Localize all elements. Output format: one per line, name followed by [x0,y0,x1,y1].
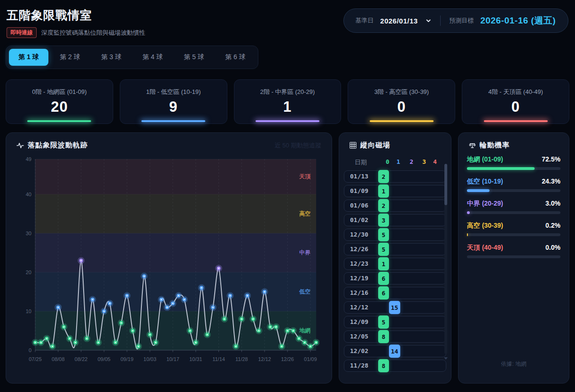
row-date: 12/23 [350,260,368,267]
row-date: 01/13 [350,173,368,180]
probability-label: 地網 (01-09) [467,155,503,164]
row-date: 01/06 [350,202,368,209]
scrollbar[interactable] [444,164,447,354]
column-header-3: 3 [422,158,426,165]
stat-card-value: 9 [120,99,227,115]
live-status-badge: 即時連線 [7,27,37,38]
column-header-0: 0 [386,158,389,165]
stat-card-label: 2階 - 中界區 (20-29) [234,88,341,96]
probability-row: 地網 (01-09)72.5% [467,155,560,170]
probability-fill [467,211,470,214]
chevron-down-icon[interactable] [425,17,432,24]
row-date: 12/09 [350,318,368,325]
row-value-badge: 2 [378,170,389,183]
header: 五階象限戰情室 即時連線 深度監控號碼落點位階與磁場波動慣性 基準日 2026/… [6,6,569,38]
svg-text:低空: 低空 [299,288,311,295]
svg-text:11/14: 11/14 [212,356,225,362]
probability-fill [467,189,490,192]
stat-card-label: 3階 - 高空區 (30-39) [348,88,455,96]
svg-text:0: 0 [29,347,31,353]
base-date-value[interactable]: 2026/01/13 [380,17,418,25]
probability-footnote: 依據: 地網 [458,360,569,368]
svg-text:11/28: 11/28 [235,356,248,362]
column-header-2: 2 [410,158,413,165]
stat-card-accent-bar [484,120,548,122]
probability-track [467,233,560,236]
svg-text:12/12: 12/12 [258,356,271,362]
row-value-badge: 5 [378,243,389,256]
table-grid-icon [350,142,357,149]
quadrant-line-chart: 地網低空中界高空天頂07/2508/0808/2209/0509/1910/03… [16,151,319,372]
table-row: 12/166 [344,287,446,299]
tab-ball-5[interactable]: 第 5 球 [174,49,214,66]
probability-fill [467,167,535,170]
row-value-badge: 5 [378,228,389,241]
svg-text:08/22: 08/22 [75,356,88,362]
tab-bar: 第 1 球第 2 球第 3 球第 4 球第 5 球第 6 球 [6,46,258,69]
table-title: 縱向磁場 [360,141,390,150]
base-date-label: 基準日 [355,16,373,25]
table-row: 12/058 [344,331,446,343]
svg-text:天頂: 天頂 [299,173,311,180]
table-row: 12/0214 [344,345,446,357]
tab-ball-4[interactable]: 第 4 球 [133,49,172,66]
probability-row: 中界 (20-29)3.0% [467,200,560,214]
stat-card: 0階 - 地網區 (01-09)20 [6,79,113,124]
row-value-badge: 8 [378,359,389,372]
probability-track [467,167,560,170]
probability-fill [467,233,468,236]
probability-track [467,211,560,214]
table-header: 日期01234 [344,156,446,169]
stat-card-value: 20 [6,99,113,115]
row-value-badge: 2 [378,199,389,212]
table-row: 01/091 [344,185,446,197]
scroll-down-icon[interactable] [444,357,448,360]
row-value-badge: 6 [378,286,389,300]
tab-ball-3[interactable]: 第 3 球 [92,49,131,66]
probability-value: 0.2% [545,222,560,229]
svg-text:40: 40 [26,192,31,197]
row-value-badge: 15 [389,301,400,314]
svg-text:10/17: 10/17 [166,356,179,362]
row-date: 11/28 [350,362,368,369]
stat-card: 2階 - 中界區 (20-29)1 [234,79,342,124]
stat-card-accent-bar [256,120,319,122]
table-row: 11/288 [344,360,446,372]
row-date: 12/05 [350,333,368,340]
probability-track [467,189,560,192]
tab-ball-1[interactable]: 第 1 球 [9,49,48,66]
probability-title: 輪動機率 [480,141,510,150]
table-row: 12/095 [344,316,446,328]
row-date: 12/16 [350,289,368,296]
probability-panel: 輪動機率 地網 (01-09)72.5%低空 (10-19)24.3%中界 (2… [458,132,569,384]
divider [440,15,441,26]
stat-cards: 0階 - 地網區 (01-09)201階 - 低空區 (10-19)92階 - … [6,79,569,124]
svg-text:07/25: 07/25 [29,356,42,362]
page-title: 五階象限戰情室 [7,8,145,23]
target-date-value: 2026-01-16 (週五) [480,15,556,27]
stat-card-accent-bar [370,120,434,122]
tab-ball-6[interactable]: 第 6 球 [216,49,255,66]
probability-rows: 地網 (01-09)72.5%低空 (10-19)24.3%中界 (20-29)… [458,150,569,258]
svg-text:中界: 中界 [299,249,311,256]
probability-track [467,255,560,258]
table-row: 01/062 [344,200,446,212]
tab-ball-2[interactable]: 第 2 球 [50,49,90,66]
probability-label: 天頂 (40-49) [467,244,503,252]
header-left: 五階象限戰情室 即時連線 深度監控號碼落點位階與磁場波動慣性 [7,8,145,38]
row-date: 12/12 [350,304,368,311]
svg-text:30: 30 [26,231,31,236]
row-value-badge: 1 [378,257,389,270]
trajectory-chart-panel: 落點象限波動軌跡 近 50 期動態追蹤 地網低空中界高空天頂07/2508/08… [6,132,332,384]
stat-card-label: 4階 - 天頂區 (40-49) [462,88,569,96]
table-row: 12/1215 [344,301,446,314]
svg-text:高空: 高空 [299,210,311,217]
row-date: 12/30 [350,231,368,238]
probability-label: 中界 (20-29) [467,200,503,208]
row-date: 12/02 [350,347,368,354]
page-subtitle: 深度監控號碼落點位階與磁場波動慣性 [41,29,145,37]
stat-card: 1階 - 低空區 (10-19)9 [120,79,227,124]
scrollbar-thumb[interactable] [444,164,447,205]
svg-text:08/08: 08/08 [52,356,65,362]
table-row: 12/305 [344,229,446,241]
